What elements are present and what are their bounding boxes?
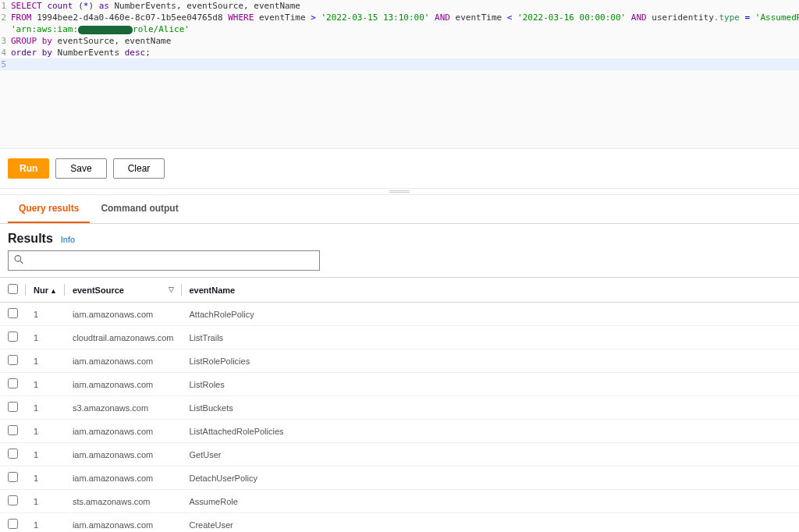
- row-checkbox[interactable]: [8, 472, 18, 482]
- drag-handle-icon: [389, 190, 410, 193]
- cell-number: 1: [26, 420, 65, 443]
- select-all-header[interactable]: [0, 278, 26, 303]
- button-bar: Run Save Clear: [0, 149, 799, 189]
- cell-number: 1: [26, 490, 65, 513]
- cell-eventname: ListAttachedRolePolicies: [182, 420, 800, 443]
- row-checkbox-cell: [0, 396, 26, 420]
- row-checkbox[interactable]: [8, 308, 18, 318]
- results-search: [8, 250, 320, 271]
- cell-eventsource: s3.amazonaws.com: [65, 396, 182, 420]
- svg-line-1: [20, 261, 23, 263]
- cell-eventsource: iam.amazonaws.com: [65, 420, 182, 443]
- row-checkbox[interactable]: [8, 495, 18, 505]
- column-header-number[interactable]: Nur▲: [26, 278, 65, 303]
- cell-number: 1: [26, 373, 65, 396]
- cell-eventsource: iam.amazonaws.com: [65, 349, 182, 373]
- cell-eventsource: iam.amazonaws.com: [65, 303, 182, 326]
- row-checkbox[interactable]: [8, 332, 18, 342]
- results-table: Nur▲ eventSource▽ eventName 1iam.amazona…: [0, 277, 799, 532]
- cell-number: 1: [26, 513, 65, 533]
- tab-query-results[interactable]: Query results: [8, 195, 90, 223]
- row-checkbox-cell: [0, 303, 26, 326]
- table-row: 1iam.amazonaws.comGetUser: [0, 443, 799, 466]
- row-checkbox[interactable]: [8, 355, 18, 365]
- cell-number: 1: [26, 303, 65, 326]
- cell-number: 1: [26, 396, 65, 420]
- run-button[interactable]: Run: [8, 158, 49, 179]
- table-row: 1iam.amazonaws.comListAttachedRolePolici…: [0, 420, 799, 443]
- redacted-text: [78, 26, 133, 34]
- line-number: 2: [0, 12, 8, 23]
- table-row: 1iam.amazonaws.comCreateUser: [0, 513, 799, 533]
- cell-eventname: ListBuckets: [182, 396, 800, 420]
- line-number: 5: [0, 59, 8, 70]
- table-row: 1iam.amazonaws.comAttachRolePolicy: [0, 303, 799, 326]
- cell-number: 1: [26, 443, 65, 466]
- cell-eventname: DetachUserPolicy: [182, 466, 800, 490]
- column-header-eventsource[interactable]: eventSource▽: [65, 278, 182, 303]
- table-row: 1iam.amazonaws.comListRoles: [0, 373, 799, 396]
- cell-eventsource: cloudtrail.amazonaws.com: [65, 326, 182, 349]
- cell-eventsource: iam.amazonaws.com: [65, 443, 182, 466]
- cell-number: 1: [26, 326, 65, 349]
- results-header: Results Info: [0, 224, 799, 250]
- row-checkbox[interactable]: [8, 449, 18, 459]
- table-row: 1iam.amazonaws.comDetachUserPolicy: [0, 466, 799, 490]
- row-checkbox-cell: [0, 490, 26, 513]
- row-checkbox-cell: [0, 349, 26, 373]
- cell-eventname: AssumeRole: [182, 490, 800, 513]
- search-input[interactable]: [8, 250, 320, 271]
- svg-point-0: [15, 256, 21, 262]
- line-number: [0, 23, 8, 35]
- cell-eventsource: iam.amazonaws.com: [65, 373, 182, 396]
- cell-eventsource: sts.amazonaws.com: [65, 490, 182, 513]
- cell-eventsource: iam.amazonaws.com: [65, 466, 182, 490]
- row-checkbox[interactable]: [8, 425, 18, 435]
- cell-number: 1: [26, 466, 65, 490]
- cell-eventsource: iam.amazonaws.com: [65, 513, 182, 533]
- row-checkbox[interactable]: [8, 519, 18, 529]
- row-checkbox-cell: [0, 326, 26, 349]
- row-checkbox-cell: [0, 443, 26, 466]
- line-number: 1: [0, 0, 8, 12]
- row-checkbox[interactable]: [8, 402, 18, 412]
- pane-divider[interactable]: [0, 189, 799, 195]
- cell-number: 1: [26, 349, 65, 373]
- line-number: 4: [0, 47, 8, 59]
- cell-eventname: CreateUser: [182, 513, 800, 533]
- editor-blank-area[interactable]: [0, 70, 799, 148]
- table-row: 1iam.amazonaws.comListRolePolicies: [0, 349, 799, 373]
- cell-eventname: ListTrails: [182, 326, 800, 349]
- search-icon: [14, 255, 23, 267]
- clear-button[interactable]: Clear: [113, 158, 165, 179]
- row-checkbox-cell: [0, 420, 26, 443]
- table-row: 1cloudtrail.amazonaws.comListTrails: [0, 326, 799, 349]
- column-header-eventname[interactable]: eventName: [182, 278, 800, 303]
- sql-editor[interactable]: 1 SELECT count (*) as NumberEvents, even…: [0, 0, 799, 149]
- row-checkbox-cell: [0, 466, 26, 490]
- tab-command-output[interactable]: Command output: [90, 195, 189, 223]
- select-all-checkbox[interactable]: [8, 284, 18, 294]
- line-number: 3: [0, 35, 8, 47]
- cell-eventname: GetUser: [182, 443, 800, 466]
- sort-asc-icon: ▲: [50, 287, 57, 295]
- row-checkbox[interactable]: [8, 378, 18, 388]
- info-link[interactable]: Info: [61, 235, 75, 244]
- cell-eventname: ListRolePolicies: [182, 349, 800, 373]
- table-row: 1sts.amazonaws.comAssumeRole: [0, 490, 799, 513]
- cell-eventname: AttachRolePolicy: [182, 303, 800, 326]
- results-title: Results: [8, 232, 53, 246]
- cell-eventname: ListRoles: [182, 373, 800, 396]
- table-row: 1s3.amazonaws.comListBuckets: [0, 396, 799, 420]
- sort-dropdown-icon: ▽: [169, 286, 174, 293]
- save-button[interactable]: Save: [55, 158, 106, 179]
- results-tabs: Query results Command output: [0, 195, 799, 224]
- row-checkbox-cell: [0, 513, 26, 533]
- row-checkbox-cell: [0, 373, 26, 396]
